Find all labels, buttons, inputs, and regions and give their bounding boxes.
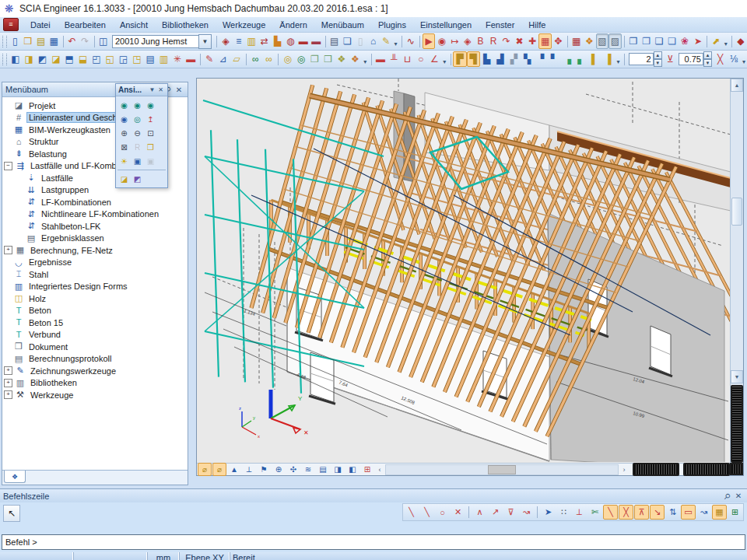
view-7-button[interactable]: ◰ [89,51,103,67]
print-group-overflow[interactable]: ▾ [393,33,399,49]
stamp-orange-button[interactable]: ❖ [349,51,362,67]
tree-item-label[interactable]: Beton [27,306,53,315]
teamwork-link-button[interactable]: ∿ [404,33,417,49]
view-5-button[interactable]: ⬒ [63,51,76,67]
tree-item-beton-15[interactable]: TBeton 15 [2,317,188,329]
snap-circle-button[interactable]: ○ [435,505,450,520]
scroll-down-icon[interactable]: ▼ [731,370,743,383]
scroll-right-icon[interactable]: › [619,466,629,474]
expand-icon[interactable]: + [4,379,12,387]
tree-item-beton[interactable]: TBeton [2,305,188,317]
view-8-button[interactable]: ◱ [103,51,117,67]
perpendicular-mode-button[interactable]: ⟂ [572,505,587,520]
copy-picture-disabled-button[interactable]: ▣ [144,154,157,168]
clip-slider-front[interactable] [633,463,679,476]
menu-bearbeiten[interactable]: Bearbeiten [58,19,113,31]
view-in-direction-y-button[interactable]: ◉ [131,98,144,112]
select-curve-button[interactable]: ↷ [500,33,514,49]
cursor-select-mode-button[interactable]: ➤ [541,505,556,520]
3d-window-button[interactable]: ◩ [131,172,144,186]
clip-slider-back[interactable] [683,463,730,476]
undo-button[interactable]: ↶ [65,33,79,49]
render-mode-8-button[interactable]: ▘ [548,51,561,67]
new-project-button[interactable]: ▯ [9,33,22,49]
show-labels-button[interactable]: ⚑ [257,463,271,476]
snap-triangle-button[interactable]: ⊽ [503,505,518,520]
find-group-overflow[interactable]: ▾ [362,51,369,67]
render-mode-5-button[interactable]: ▞ [507,51,521,67]
tree-item-label[interactable]: Dokument [27,342,69,352]
view-in-direction-x-button[interactable]: ◉ [117,98,131,112]
expand-icon[interactable]: + [4,390,12,399]
show-loads-button[interactable]: ⟂ [242,463,256,476]
display-scale-spinner-down-icon[interactable]: ▼ [703,59,712,67]
export-folder-button[interactable]: ⬈ [710,33,723,49]
render-mode-4-button[interactable]: ▟ [493,51,507,67]
project-settings-button[interactable]: ◈ [219,33,233,49]
tree-item-label[interactable]: Struktur [27,137,61,146]
cross-sections-library-button[interactable]: ▥ [245,33,258,49]
horizontal-scroll-thumb[interactable] [488,465,516,474]
snap-intersect-button[interactable]: ⊼ [634,505,649,520]
surface-toggle-button[interactable]: ⌀ [212,463,226,476]
tree-item-dokument[interactable]: ❒Dokument [2,341,188,353]
wireframe-toggle-button[interactable]: ⌀ [198,463,212,476]
dim-circle-button[interactable]: ○ [414,51,427,67]
document-edit-button[interactable]: ✎ [380,33,393,49]
tree-item-label[interactable]: Stahlbeton-LFK [40,222,102,231]
select-b-button[interactable]: B [474,33,487,49]
tree-item-label[interactable]: Berechnung, FE-Netz [29,246,114,255]
tree-item-label[interactable]: Beton 15 [27,318,65,327]
load-scale-apply-button[interactable]: ⊻ [664,51,677,67]
select-by-layer-button[interactable]: ◈ [461,33,475,49]
render-mode-6-button[interactable]: ▚ [521,51,534,67]
supports-library-button[interactable]: ▬ [296,33,310,49]
zoom-in-button[interactable]: ⊕ [117,126,131,140]
select-members-button[interactable]: ▶ [423,33,436,49]
menu-bibliotheken[interactable]: Bibliotheken [155,19,216,31]
tree-item-label[interactable]: BIM-Werkzeugkasten [27,125,112,135]
project-combo-dropdown-icon[interactable]: ▼ [198,34,212,49]
menu-men-baum[interactable]: Menübaum [314,19,371,31]
tree-item-label[interactable]: Belastung [27,149,68,159]
tree-item-label[interactable]: Nichtlineare LF-Kombinationen [40,209,160,219]
dim-group-overflow[interactable]: ▾ [441,51,448,67]
scale-reset-button[interactable]: ╳ [714,51,727,67]
view-4-button[interactable]: ◪ [49,51,62,67]
tree-item-label[interactable]: Stahl [27,270,50,279]
visibility-filter-2-button[interactable]: ▨ [608,33,622,49]
display-scale-spinner-value[interactable]: 0.75 [679,53,703,65]
tree-item-label[interactable]: Ergebnisse [27,257,73,267]
cursor-mode-button[interactable]: ↖ [3,505,20,522]
layers-button[interactable]: ≡ [232,33,245,49]
tree-item-label[interactable]: Lastgruppen [40,185,90,194]
visibility-filter-1-button[interactable]: ▧ [596,33,609,49]
dim-perpendicular-button[interactable]: ╨ [388,51,401,67]
display-scale-spinner-up-icon[interactable]: ▲ [703,51,712,59]
work-plane-button[interactable]: ▱ [230,51,243,67]
results-table-button[interactable]: ▦ [570,33,583,49]
snap-ruler-button[interactable]: ▦ [712,505,727,520]
select-by-property-button[interactable]: ↦ [448,33,461,49]
collapse-icon[interactable]: − [4,162,12,170]
tree-item-label[interactable]: Ergebnisklassen [40,233,106,243]
menu-einstellungen[interactable]: Einstellungen [413,19,479,31]
menu-ansicht[interactable]: Ansicht [113,19,155,31]
view-palette-header[interactable]: Ansi... ▼ ✕ [116,84,167,96]
tree-item-label[interactable]: Holz [27,294,47,303]
zoom-all-button[interactable]: ⊠ [117,140,131,154]
dim-line-button[interactable]: ▬ [374,51,387,67]
paste-attributes-button[interactable]: ❏ [653,33,666,49]
paste-multiple-button[interactable]: ❏ [665,33,679,49]
section-cut-button[interactable]: ✳ [170,51,184,67]
toolbar-grip[interactable] [2,54,7,65]
select-nodes-button[interactable]: ◉ [435,33,448,49]
expand-icon[interactable]: + [4,366,12,375]
copy-multiple-button[interactable]: ❐ [640,33,653,49]
scroll-up-icon[interactable]: ▲ [731,79,743,92]
folder-green-button[interactable]: ❒ [321,51,335,67]
saved-picture-2-button[interactable]: ◧ [345,463,359,476]
scale-group-overflow[interactable]: ▾ [741,51,747,67]
tree-item-integriertes-design-forms[interactable]: ▥Integriertes Design Forms [2,281,188,293]
menu-plugins[interactable]: Plugins [371,19,413,31]
